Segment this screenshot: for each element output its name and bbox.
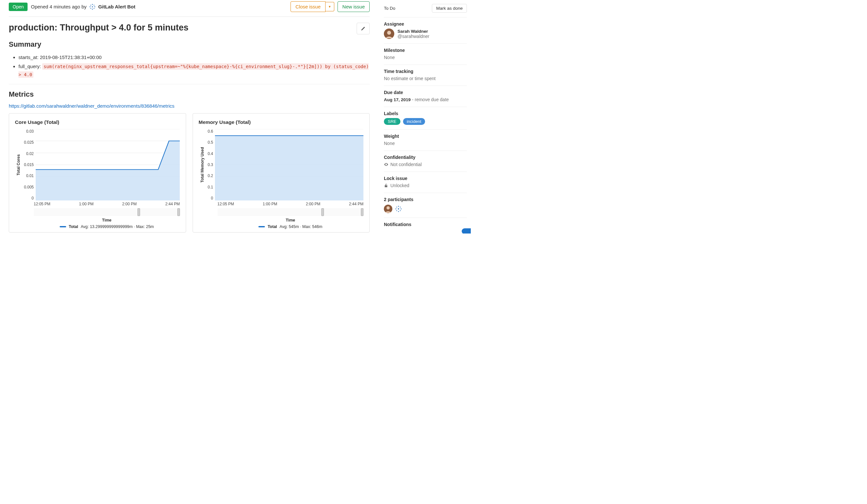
summary-list: starts_at: 2019-08-15T21:38:31+00:00 ful… xyxy=(9,53,370,79)
chart-title: Core Usage (Total) xyxy=(15,119,180,125)
status-badge: Open xyxy=(9,3,28,11)
conf-value: Not confidential xyxy=(384,162,467,167)
edit-button[interactable] xyxy=(357,23,370,34)
ytick: 0.025 xyxy=(24,140,34,144)
ytick: 0.1 xyxy=(208,185,213,190)
assignee-name[interactable]: Sarah Waldner xyxy=(397,29,429,34)
svg-point-35 xyxy=(400,210,401,211)
time-label: Time tracking xyxy=(384,69,467,74)
sidebar-lock: Lock issue Unlocked xyxy=(384,172,467,193)
chart-legend: Total Avg: 13.299999999999999m · Max: 25… xyxy=(15,224,180,229)
xtick: 12:05 PM xyxy=(217,202,234,206)
ytick: 0.02 xyxy=(26,151,34,156)
close-issue-caret-button[interactable] xyxy=(325,2,334,11)
svg-point-31 xyxy=(401,208,402,210)
ytick: 0.01 xyxy=(26,173,34,178)
chart-xaxis: 12:05 PM 1:00 PM 2:00 PM 2:44 PM xyxy=(199,201,364,206)
svg-point-27 xyxy=(398,208,399,210)
legend-stats: Avg: 13.299999999999999m · Max: 25m xyxy=(81,224,154,229)
assignee-avatar-icon[interactable] xyxy=(384,29,394,39)
xtick: 2:00 PM xyxy=(122,202,137,206)
summary-item: starts_at: 2019-08-15T21:38:31+00:00 xyxy=(19,53,370,62)
summary-heading: Summary xyxy=(9,40,370,49)
svg-point-32 xyxy=(396,207,397,207)
xtick: 2:44 PM xyxy=(349,202,363,206)
xtick: 1:00 PM xyxy=(263,202,277,206)
svg-point-30 xyxy=(396,208,397,210)
svg-point-2 xyxy=(92,9,93,9)
ytick: 0.4 xyxy=(208,151,213,156)
sidebar-labels: Labels SRE incident xyxy=(384,107,467,130)
ytick: 0.015 xyxy=(24,162,34,167)
svg-point-3 xyxy=(89,6,90,7)
legend-name: Total xyxy=(69,224,78,229)
new-issue-button[interactable]: New issue xyxy=(338,1,370,12)
ytick: 0.005 xyxy=(24,185,34,190)
xtick: 2:44 PM xyxy=(165,202,180,206)
assignee-label: Assignee xyxy=(384,21,467,26)
notifications-toggle[interactable] xyxy=(462,228,471,234)
xtick: 2:00 PM xyxy=(306,202,320,206)
legend-name: Total xyxy=(267,224,277,229)
legend-swatch-icon xyxy=(258,226,265,227)
remove-due-date-link[interactable]: - remove due date xyxy=(411,97,449,102)
svg-point-5 xyxy=(90,4,92,6)
ytick: 0 xyxy=(211,196,213,201)
sidebar-todo: To Do Mark as done xyxy=(384,4,467,18)
chart-overview[interactable] xyxy=(217,208,364,216)
lock-label: Lock issue xyxy=(384,176,467,181)
unlock-icon xyxy=(384,183,388,188)
chart-title: Memory Usage (Total) xyxy=(199,119,364,125)
sidebar-assignee: Assignee Sarah Waldner @sarahwaldner xyxy=(384,18,467,44)
mark-done-button[interactable]: Mark as done xyxy=(432,4,467,13)
summary-item-code: sum(rate(nginx_upstream_responses_total{… xyxy=(19,63,369,78)
chart-ylabel: Total Cores xyxy=(15,129,22,201)
metrics-link[interactable]: https://gitlab.com/sarahwaldner/waldner_… xyxy=(9,103,174,109)
todo-label: To Do xyxy=(384,6,395,11)
svg-point-29 xyxy=(398,211,399,212)
label-chip[interactable]: SRE xyxy=(384,118,400,125)
ytick: 0.3 xyxy=(208,162,213,167)
weight-value: None xyxy=(384,141,467,146)
sidebar-milestone: Milestone None xyxy=(384,44,467,65)
chart-plot[interactable] xyxy=(215,129,363,201)
svg-point-0 xyxy=(92,6,93,8)
chart-plot[interactable] xyxy=(36,129,180,201)
svg-point-28 xyxy=(398,206,399,207)
ytick: 0.5 xyxy=(208,140,213,144)
issue-header: Open Opened 4 minutes ago by GitLab Aler… xyxy=(9,1,370,17)
conf-label: Confidentiality xyxy=(384,155,467,160)
svg-point-4 xyxy=(94,6,95,7)
ytick: 0.2 xyxy=(208,173,213,178)
metrics-heading: Metrics xyxy=(9,90,370,99)
svg-point-1 xyxy=(92,4,93,5)
sidebar-weight: Weight None xyxy=(384,130,467,151)
due-value: Aug 17, 2019 xyxy=(384,97,411,102)
chart-overview[interactable] xyxy=(34,208,180,216)
author-avatar-icon[interactable] xyxy=(88,3,96,11)
issue-title: production: Throughput > 4.0 for 5 minut… xyxy=(9,23,353,33)
ytick: 0.6 xyxy=(208,129,213,133)
milestone-label: Milestone xyxy=(384,48,467,53)
chart-ylabel: Total Memory Used xyxy=(199,129,206,201)
svg-point-6 xyxy=(94,4,95,6)
svg-point-8 xyxy=(94,8,95,9)
close-issue-button[interactable]: Close issue xyxy=(290,1,325,12)
label-chip[interactable]: incident xyxy=(403,118,425,125)
summary-item-label: full_query: xyxy=(19,64,41,69)
sidebar-confidentiality: Confidentiality Not confidential xyxy=(384,151,467,172)
chart-xlabel: Time xyxy=(15,218,180,223)
chart-legend: Total Avg: 545m · Max: 546m xyxy=(199,224,364,229)
author-name[interactable]: GitLab Alert Bot xyxy=(98,4,135,9)
xtick: 12:05 PM xyxy=(34,202,50,206)
participant-avatar-icon[interactable] xyxy=(394,205,403,213)
sidebar-time-tracking: Time tracking No estimate or time spent xyxy=(384,65,467,86)
chart-xlabel: Time xyxy=(199,218,364,223)
summary-item-label: starts_at: xyxy=(19,54,39,60)
participants-label: 2 participants xyxy=(384,197,467,202)
assignee-handle: @sarahwaldner xyxy=(397,34,429,39)
lock-value: Unlocked xyxy=(384,183,467,188)
participant-avatar-icon[interactable] xyxy=(384,205,392,213)
svg-point-34 xyxy=(396,210,397,211)
chart-yaxis: 0.6 0.5 0.4 0.3 0.2 0.1 0 xyxy=(206,129,215,201)
